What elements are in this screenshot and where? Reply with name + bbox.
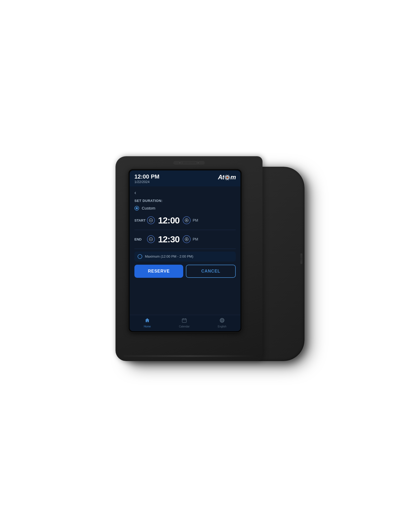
custom-radio-option[interactable]: Custom — [134, 205, 236, 212]
maximum-radio-label: Maximum (12:00 PM - 2:00 PM) — [145, 254, 193, 258]
start-time-display: 12:00 — [157, 215, 181, 226]
header-time-date: 12:00 PM 1/22/2024 — [134, 174, 159, 184]
nav-label-language: English — [218, 325, 227, 328]
screen-body: ‹ SET DURATION: Custom START — [130, 186, 240, 315]
maximum-radio-option[interactable]: Maximum (12:00 PM - 2:00 PM) — [134, 252, 236, 262]
device: 12:00 PM 1/22/2024 At — [116, 156, 304, 361]
custom-radio-circle[interactable] — [134, 206, 139, 211]
nav-item-calendar[interactable]: Calendar — [176, 317, 192, 328]
end-increment-button[interactable] — [183, 235, 191, 243]
speaker-grille — [182, 162, 196, 164]
device-front: 12:00 PM 1/22/2024 At — [116, 156, 262, 361]
device-top-bar — [173, 161, 205, 165]
start-time-row: START 12:00 — [134, 214, 236, 227]
atom-logo-text: At m — [218, 174, 236, 181]
device-bottom-bar — [123, 355, 257, 357]
svg-rect-14 — [182, 319, 186, 322]
scene: 12:00 PM 1/22/2024 At — [102, 151, 318, 366]
end-time-display: 12:30 — [157, 234, 181, 244]
start-ampm: PM — [193, 218, 198, 222]
nav-label-home: Home — [144, 325, 151, 328]
start-decrement-button[interactable] — [147, 216, 155, 224]
side-port-detail — [300, 253, 302, 264]
action-buttons: RESERVE CANCEL — [134, 265, 236, 278]
screen: 12:00 PM 1/22/2024 At — [130, 170, 240, 331]
calendar-icon — [182, 318, 187, 324]
back-button[interactable]: ‹ — [134, 189, 136, 196]
nav-item-language[interactable]: English — [215, 317, 229, 328]
bottom-nav: Home Calendar — [130, 315, 240, 331]
end-time-row: END 12:30 — [134, 233, 236, 246]
custom-radio-label: Custom — [142, 206, 155, 210]
divider-2 — [134, 249, 236, 249]
nav-label-calendar: Calendar — [179, 325, 190, 328]
screen-header: 12:00 PM 1/22/2024 At — [130, 170, 240, 186]
divider-1 — [134, 230, 236, 230]
nav-item-home[interactable]: Home — [141, 317, 154, 328]
atom-icon — [224, 175, 230, 180]
screen-bezel: 12:00 PM 1/22/2024 At — [129, 169, 242, 332]
camera-dot-2 — [197, 162, 199, 164]
end-decrement-button[interactable] — [147, 235, 155, 243]
maximum-radio-circle[interactable] — [138, 254, 142, 259]
start-label: START — [134, 218, 145, 222]
home-icon — [145, 318, 150, 324]
header-time: 12:00 PM — [134, 174, 159, 180]
language-icon — [219, 318, 225, 324]
svg-point-3 — [227, 177, 228, 178]
end-ampm: PM — [193, 237, 198, 241]
end-label: END — [134, 237, 145, 241]
reserve-button[interactable]: RESERVE — [134, 265, 183, 278]
header-date: 1/22/2024 — [134, 180, 159, 184]
atom-logo: At m — [218, 174, 236, 181]
camera-dot — [179, 162, 181, 164]
set-duration-label: SET DURATION: — [134, 199, 236, 203]
cancel-button[interactable]: CANCEL — [186, 265, 236, 278]
start-increment-button[interactable] — [183, 216, 191, 224]
